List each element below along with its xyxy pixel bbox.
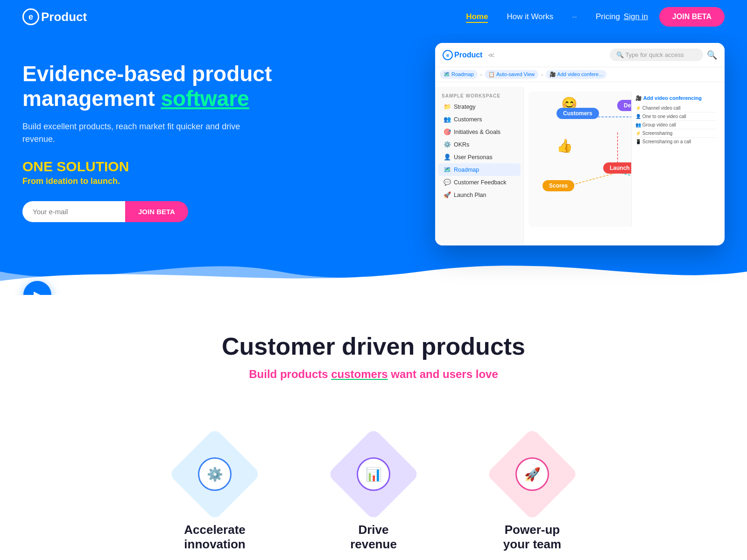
hero-from-text: From ideation to launch. <box>22 176 275 186</box>
sidebar-item-personas[interactable]: 👤 User Personas <box>435 151 523 163</box>
nav-join-beta-button[interactable]: JOIN BETA <box>659 7 725 27</box>
sidebar-item-initiatives[interactable]: 🎯 Initiatives & Goals <box>435 126 523 138</box>
section-customer-driven: Customer driven products Build products … <box>0 295 747 409</box>
email-input[interactable] <box>22 201 125 222</box>
feature-diamond-1: ⚙️ <box>177 437 252 511</box>
chip-scores: Scores <box>543 180 574 191</box>
nav-home[interactable]: Home <box>466 12 488 23</box>
bc-roadmap[interactable]: 🗺️ Roadmap <box>440 70 478 79</box>
feature-card-revenue: 📊 Driverevenue Build products that help … <box>303 437 444 560</box>
feature-card-innovation: ⚙️ Accelerateinnovation Create products … <box>145 437 285 560</box>
hero-subtitle: Build excellent products, reach market f… <box>22 120 275 146</box>
feature-title-3: Power-upyour team <box>462 523 602 552</box>
features-section: ⚙️ Accelerateinnovation Create products … <box>0 409 747 560</box>
feature-diamond-2: 📊 <box>336 437 411 511</box>
panel-item-2: 👤 One to one video call <box>635 112 716 121</box>
sidebar-item-okrs[interactable]: ⚙️ OKRs <box>435 138 523 151</box>
feature-icon-3: 🚀 <box>515 457 549 491</box>
hero-section: Evidence-based product management softwa… <box>0 34 747 295</box>
feature-icon-1: ⚙️ <box>198 457 232 491</box>
app-search-icon[interactable]: 🔍 <box>707 50 717 60</box>
sidebar-item-roadmap[interactable]: 🗺️ Roadmap <box>438 163 521 176</box>
sidebar-item-customers[interactable]: 👥 Customers <box>435 113 523 126</box>
subtitle-highlight: customers <box>331 368 388 380</box>
panel-item-3: 👥 Group video call <box>635 121 716 129</box>
personas-icon: 👤 <box>444 154 451 161</box>
panel-item-1: ⚡ Channel video call <box>635 104 716 112</box>
chip-customers: Customers <box>557 108 599 119</box>
folder-icon: 📁 <box>444 103 451 110</box>
nav-pricing[interactable]: Pricing <box>596 12 620 21</box>
join-beta-button[interactable]: JOIN BETA <box>125 201 188 222</box>
app-window: e Product ≪ 🔍 Type for quick access 🔍 🗺️… <box>435 43 725 245</box>
bc-autosaved[interactable]: 📋 Auto-saved View <box>485 70 538 79</box>
feature-title-2: Driverevenue <box>303 523 444 552</box>
right-panel: 🎥 Add video conferencing ⚡ Channel video… <box>631 91 720 227</box>
hero-one-solution: ONE SOLUTION <box>22 159 275 175</box>
app-body: SAMPLE WORKSPACE 📁 Strategy 👥 Customers … <box>435 87 725 245</box>
svg-line-3 <box>569 173 618 186</box>
nav-signin[interactable]: Sign in <box>624 12 648 21</box>
feature-icon-2: 📊 <box>357 457 390 491</box>
bc-video[interactable]: 🎥 Add video confere... <box>546 70 606 79</box>
hero-left: Evidence-based product management softwa… <box>22 34 275 222</box>
section-subtitle: Build products customers want and users … <box>22 368 725 381</box>
app-logo: e Product <box>443 50 482 60</box>
collapse-btn[interactable]: ≪ <box>488 51 495 59</box>
sidebar-item-feedback[interactable]: 💬 Customer Feedback <box>435 176 523 189</box>
canvas-thumbsup: 👍 <box>557 138 573 154</box>
hero-title-highlight: software <box>161 86 249 111</box>
section-title: Customer driven products <box>22 332 725 360</box>
workspace-label: SAMPLE WORKSPACE <box>435 91 523 100</box>
logo-text: Product <box>41 10 87 24</box>
sidebar-item-launch[interactable]: 🚀 Launch Plan <box>435 189 523 201</box>
feature-title-1: Accelerateinnovation <box>145 523 285 552</box>
customers-icon: 👥 <box>444 116 451 123</box>
app-header: e Product ≪ 🔍 Type for quick access 🔍 <box>435 43 725 67</box>
initiatives-icon: 🎯 <box>444 128 451 135</box>
logo[interactable]: e Product <box>22 8 87 25</box>
sidebar-item-strategy[interactable]: 📁 Strategy <box>435 100 523 113</box>
panel-title: 🎥 Add video conferencing <box>635 95 716 101</box>
panel-item-5: 📱 Screensharing on a call <box>635 138 716 146</box>
launch-icon: 🚀 <box>444 191 451 198</box>
hero-title: Evidence-based product management softwa… <box>22 62 275 111</box>
okrs-icon: ⚙️ <box>444 141 451 148</box>
roadmap-icon: 🗺️ <box>444 166 451 173</box>
app-sidebar: SAMPLE WORKSPACE 📁 Strategy 👥 Customers … <box>435 87 524 245</box>
panel-item-4: ⚡ Screensharing <box>635 129 716 138</box>
hero-right: e Product ≪ 🔍 Type for quick access 🔍 🗺️… <box>275 34 725 245</box>
breadcrumb: 🗺️ Roadmap › 📋 Auto-saved View › 🎥 Add v… <box>435 67 725 82</box>
wave-divider <box>0 253 747 295</box>
navbar: e Product Home How it Works -- Pricing S… <box>0 0 747 34</box>
nav-separator: -- <box>572 13 577 21</box>
app-logo-icon: e <box>443 50 453 60</box>
roadmap-canvas: 😊 👍 🚀 🎯 🧑‍🤝‍🧑 Customers Dev Progress Str… <box>529 91 720 227</box>
feature-card-team: 🚀 Power-upyour team Improve teams effect… <box>462 437 602 560</box>
nav-how-it-works[interactable]: How it Works <box>507 12 553 21</box>
feature-diamond-3: 🚀 <box>495 437 570 511</box>
logo-icon: e <box>22 8 39 25</box>
app-search-bar: 🔍 Type for quick access <box>610 49 703 61</box>
app-main: 😊 👍 🚀 🎯 🧑‍🤝‍🧑 Customers Dev Progress Str… <box>524 87 725 245</box>
nav-links: Home How it Works -- Pricing <box>466 12 620 21</box>
feedback-icon: 💬 <box>444 179 451 186</box>
email-form: JOIN BETA <box>22 201 275 222</box>
